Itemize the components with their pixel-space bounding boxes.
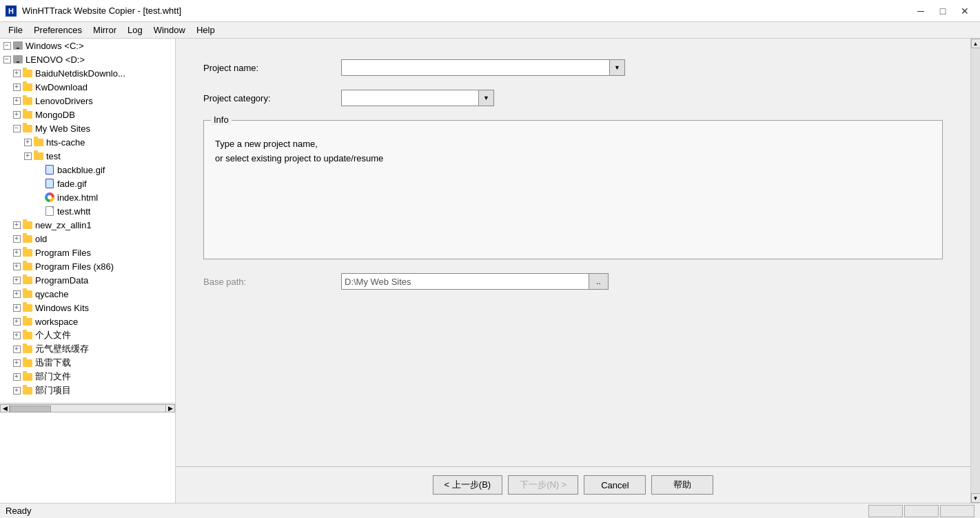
scroll-up-arrow[interactable]: ▲ bbox=[971, 39, 981, 48]
tree-item-test[interactable]: test bbox=[0, 149, 175, 163]
expander-testwhtt bbox=[33, 206, 44, 217]
cancel-button[interactable]: Cancel bbox=[584, 475, 646, 495]
minimize-button[interactable]: ─ bbox=[911, 4, 930, 18]
tree-item-newzx[interactable]: new_zx_allin1 bbox=[0, 218, 175, 232]
expander-mywebsites[interactable] bbox=[11, 123, 22, 134]
expander-lenovo-d[interactable] bbox=[1, 54, 12, 65]
hscroll-track bbox=[10, 404, 165, 412]
menu-log[interactable]: Log bbox=[122, 23, 148, 37]
folder-icon-programfiles bbox=[22, 247, 33, 258]
info-text-line2: or select existing project to update/res… bbox=[215, 152, 931, 166]
tree-item-programfiles86[interactable]: Program Files (x86) bbox=[0, 259, 175, 273]
expander-newzx[interactable] bbox=[11, 219, 22, 230]
folder-icon-test bbox=[33, 150, 44, 161]
tree-item-baidu[interactable]: BaiduNetdiskDownlo... bbox=[0, 66, 175, 80]
expander-windows-c[interactable] bbox=[1, 40, 12, 51]
project-category-wrapper: ▼ bbox=[341, 90, 494, 106]
expander-lenovodrivers[interactable] bbox=[11, 95, 22, 106]
expander-test[interactable] bbox=[22, 150, 33, 161]
tree-label-testwhtt: test.whtt bbox=[57, 206, 90, 217]
tree-item-mongodb[interactable]: MongoDB bbox=[0, 108, 175, 121]
expander-mongodb[interactable] bbox=[11, 109, 22, 120]
tree-label-workspace: workspace bbox=[35, 317, 78, 327]
menu-mirror[interactable]: Mirror bbox=[88, 23, 122, 37]
right-panel: Project name: ▼ Project category: ▼ Info… bbox=[176, 39, 970, 503]
tree-item-old[interactable]: old bbox=[0, 232, 175, 246]
right-content: Project name: ▼ Project category: ▼ Info… bbox=[176, 39, 970, 466]
expander-kwdownload[interactable] bbox=[11, 81, 22, 92]
expander-old[interactable] bbox=[11, 233, 22, 244]
tree-item-wallpaper[interactable]: 元气壁纸缓存 bbox=[0, 342, 175, 356]
folder-icon-mywebsites bbox=[22, 123, 33, 134]
scroll-down-arrow[interactable]: ▼ bbox=[971, 493, 981, 503]
help-button[interactable]: 帮助 bbox=[651, 475, 713, 495]
tree-label-programdata: ProgramData bbox=[35, 275, 88, 286]
left-panel-hscroll[interactable]: ◀ ▶ bbox=[0, 403, 175, 412]
project-category-input[interactable] bbox=[341, 90, 479, 106]
tree-item-kwdownload[interactable]: KwDownload bbox=[0, 80, 175, 94]
project-category-dropdown-btn[interactable]: ▼ bbox=[479, 90, 494, 106]
tree-item-backblue[interactable]: backblue.gif bbox=[0, 163, 175, 177]
menu-help[interactable]: Help bbox=[191, 23, 221, 37]
expander-windowskits[interactable] bbox=[11, 302, 22, 313]
back-button[interactable]: < 上一步(B) bbox=[433, 475, 503, 495]
tree-item-workspace[interactable]: workspace bbox=[0, 315, 175, 328]
expander-thunder[interactable] bbox=[11, 357, 22, 368]
tree-item-windows-c[interactable]: Windows <C:> bbox=[0, 39, 175, 52]
tree-label-programfiles: Program Files bbox=[35, 248, 91, 258]
app-icon: H bbox=[6, 6, 17, 17]
expander-workspace[interactable] bbox=[11, 316, 22, 327]
next-button[interactable]: 下一步(N) > bbox=[508, 475, 578, 495]
expander-dept[interactable] bbox=[11, 371, 22, 382]
tree-label-qycache: qycache bbox=[35, 289, 68, 299]
expander-qycache[interactable] bbox=[11, 288, 22, 299]
status-panel-3 bbox=[940, 505, 974, 517]
expander-wallpaper[interactable] bbox=[11, 343, 22, 355]
close-button[interactable]: ✕ bbox=[955, 4, 974, 18]
expander-baidu[interactable] bbox=[11, 68, 22, 79]
expander-programfiles[interactable] bbox=[11, 247, 22, 258]
tree-label-wallpaper: 元气壁纸缓存 bbox=[35, 343, 89, 355]
base-path-input[interactable] bbox=[341, 273, 589, 290]
tree-item-qycache[interactable]: qycache bbox=[0, 287, 175, 301]
tree-item-indexhtml[interactable]: index.html bbox=[0, 190, 175, 204]
expander-backblue bbox=[33, 164, 44, 175]
expander-deptitems[interactable] bbox=[11, 385, 22, 396]
project-name-dropdown-btn[interactable]: ▼ bbox=[610, 59, 625, 76]
tree-item-personal[interactable]: 个人文件 bbox=[0, 328, 175, 342]
expander-personal[interactable] bbox=[11, 330, 22, 341]
tree-item-programdata[interactable]: ProgramData bbox=[0, 273, 175, 287]
tree-item-testwhtt[interactable]: test.whtt bbox=[0, 204, 175, 218]
tree-item-programfiles[interactable]: Program Files bbox=[0, 246, 175, 259]
menu-preferences[interactable]: Preferences bbox=[28, 23, 88, 37]
tree-item-fade[interactable]: fade.gif bbox=[0, 177, 175, 190]
tree-item-thunder[interactable]: 迅雷下载 bbox=[0, 356, 175, 370]
tree-item-hts-cache[interactable]: hts-cache bbox=[0, 135, 175, 149]
hscroll-right-arrow[interactable]: ▶ bbox=[165, 404, 175, 412]
button-bar: < 上一步(B) 下一步(N) > Cancel 帮助 bbox=[176, 467, 970, 503]
info-box-content: Type a new project name, or select exist… bbox=[204, 121, 942, 259]
hscroll-left-arrow[interactable]: ◀ bbox=[0, 404, 10, 412]
tree-item-windowskits[interactable]: Windows Kits bbox=[0, 301, 175, 315]
hscroll-thumb[interactable] bbox=[10, 406, 51, 412]
menu-bar: File Preferences Mirror Log Window Help bbox=[0, 22, 980, 39]
tree-item-deptitems[interactable]: 部门项目 bbox=[0, 383, 175, 397]
tree-label-thunder: 迅雷下载 bbox=[35, 357, 71, 369]
expander-programdata[interactable] bbox=[11, 275, 22, 286]
menu-window[interactable]: Window bbox=[148, 23, 191, 37]
menu-file[interactable]: File bbox=[3, 23, 28, 37]
project-name-input[interactable] bbox=[341, 59, 610, 76]
expander-hts[interactable] bbox=[22, 137, 33, 148]
tree-label-test: test bbox=[46, 151, 61, 161]
status-panels bbox=[868, 505, 974, 517]
tree-item-dept[interactable]: 部门文件 bbox=[0, 370, 175, 383]
tree-item-lenovo-d[interactable]: LENOVO <D:> bbox=[0, 52, 175, 66]
browse-button[interactable]: .. bbox=[589, 273, 609, 290]
expander-pf86[interactable] bbox=[11, 261, 22, 272]
tree-item-mywebsites[interactable]: My Web Sites bbox=[0, 121, 175, 135]
drive-icon-d bbox=[12, 54, 23, 65]
maximize-button[interactable]: □ bbox=[933, 4, 952, 18]
status-panel-1 bbox=[868, 505, 903, 517]
tree-item-lenovodrivers[interactable]: LenovoDrivers bbox=[0, 94, 175, 108]
tree-label-dept: 部门文件 bbox=[35, 370, 71, 383]
